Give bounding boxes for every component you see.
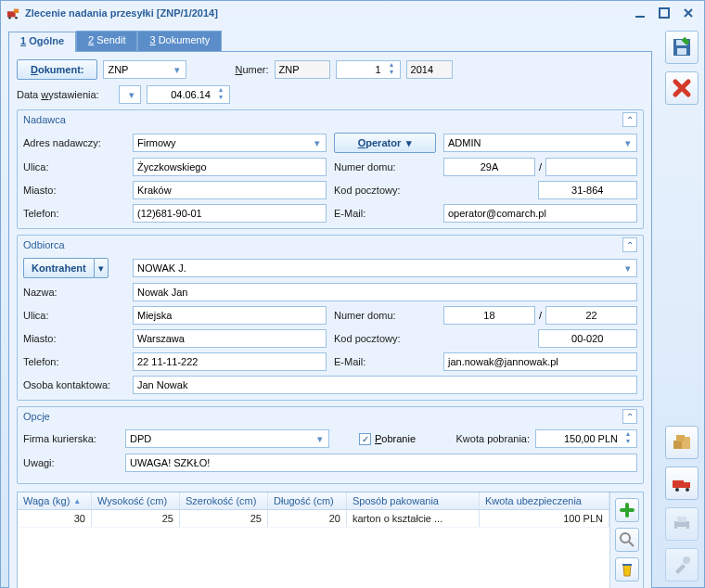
kontrahent-combo[interactable]: NOWAK J.▾ bbox=[133, 259, 637, 277]
svg-point-22 bbox=[683, 556, 690, 564]
col-wysokosc[interactable]: Wysokość (cm) bbox=[92, 492, 180, 509]
cell-szerokosc: 25 bbox=[180, 510, 268, 527]
chevron-down-icon: ▾ bbox=[621, 135, 635, 150]
spin-arrows-icon: ▴▾ bbox=[621, 431, 635, 446]
x-icon bbox=[671, 77, 693, 99]
adres-nadawczy-label: Adres nadawczy: bbox=[23, 137, 125, 148]
delete-row-button[interactable] bbox=[615, 557, 639, 582]
chevron-down-icon: ▾ bbox=[170, 62, 185, 77]
uwagi-input[interactable]: UWAGA! SZKŁO! bbox=[125, 454, 637, 472]
col-kwota-ubezp[interactable]: Kwota ubezpieczenia bbox=[480, 492, 609, 509]
svg-point-2 bbox=[8, 17, 11, 19]
check-icon: ✓ bbox=[359, 433, 371, 445]
nadawca-ulica-input[interactable]: Życzkowskiego bbox=[133, 158, 327, 176]
window-title: Zlecenie nadania przesyłki [ZNP/1/2014] bbox=[25, 7, 218, 19]
minimize-button[interactable] bbox=[630, 5, 650, 21]
chevron-down-icon: ▾ bbox=[313, 431, 327, 446]
boxes-icon bbox=[671, 431, 693, 454]
svg-rect-4 bbox=[635, 16, 645, 18]
email-label: E-Mail: bbox=[334, 356, 436, 367]
svg-rect-20 bbox=[677, 517, 686, 522]
date-spin[interactable]: 04.06.14▴▾ bbox=[147, 85, 230, 104]
odbiorca-email-input[interactable]: jan.nowak@jannowak.pl bbox=[443, 352, 637, 371]
slash-sep: / bbox=[539, 161, 542, 173]
nadawca-kod-input[interactable]: 31-864 bbox=[538, 181, 638, 199]
nazwa-label: Nazwa: bbox=[23, 287, 125, 298]
svg-rect-8 bbox=[622, 564, 632, 566]
numer-year: 2014 bbox=[406, 60, 453, 79]
odbiorca-numdom-a[interactable]: 18 bbox=[443, 306, 535, 325]
plus-icon bbox=[619, 502, 635, 518]
cancel-button[interactable] bbox=[665, 71, 699, 105]
kontrahent-dropdown[interactable]: ▾ bbox=[94, 258, 109, 278]
svg-rect-11 bbox=[677, 48, 686, 55]
date-label: Data wystawienia: bbox=[17, 89, 113, 100]
kontrahent-button[interactable]: Kontrahent bbox=[23, 258, 94, 278]
pobranie-checkbox[interactable]: ✓ Pobranie bbox=[359, 433, 416, 445]
firma-combo[interactable]: DPD▾ bbox=[125, 429, 329, 448]
search-row-button[interactable] bbox=[615, 528, 639, 552]
cell-kwota-ubezp: 100 PLN bbox=[480, 510, 609, 527]
col-waga[interactable]: Waga (kg) ▲ bbox=[18, 492, 92, 509]
odbiorca-tel-input[interactable]: 22 11-11-222 bbox=[133, 352, 327, 371]
collapse-button[interactable]: ⌃ bbox=[622, 237, 637, 252]
tab-sendit[interactable]: 2 Sendit bbox=[76, 31, 137, 51]
add-row-button[interactable] bbox=[615, 498, 639, 522]
nadawca-tel-input[interactable]: (12)681-90-01 bbox=[133, 204, 327, 223]
odbiorca-ulica-input[interactable]: Miejska bbox=[133, 306, 327, 325]
col-szerokosc[interactable]: Szerokość (cm) bbox=[180, 492, 268, 509]
date-prefix-combo[interactable]: ▾ bbox=[119, 85, 141, 104]
svg-rect-5 bbox=[660, 8, 669, 18]
nadawca-email-input[interactable]: operator@comarch.pl bbox=[443, 204, 637, 223]
print-button bbox=[665, 507, 699, 541]
dokument-type-combo[interactable]: ZNP▾ bbox=[103, 60, 186, 79]
table-row[interactable]: 30 25 25 20 karton o kształcie ... 100 P… bbox=[18, 510, 609, 528]
nadawca-numdom-b[interactable] bbox=[545, 158, 637, 176]
odbiorca-numdom-b[interactable]: 22 bbox=[545, 306, 637, 325]
maximize-button[interactable] bbox=[654, 5, 674, 21]
kod-label: Kod pocztowy: bbox=[334, 185, 436, 196]
trash-icon bbox=[619, 561, 635, 578]
numer-spin[interactable]: 1▴▾ bbox=[336, 60, 401, 79]
spin-arrows-icon: ▴▾ bbox=[384, 62, 399, 77]
printer-icon bbox=[671, 513, 693, 535]
col-sposob[interactable]: Sposób pakowania bbox=[347, 492, 480, 509]
section-title-odbiorca: Odbiorca bbox=[23, 239, 622, 250]
odbiorca-nazwa-input[interactable]: Nowak Jan bbox=[133, 283, 637, 301]
uwagi-label: Uwagi: bbox=[23, 457, 120, 468]
spin-arrows-icon: ▴▾ bbox=[213, 87, 228, 102]
nadawca-numdom-a[interactable]: 29A bbox=[443, 158, 535, 176]
section-title-opcje: Opcje bbox=[23, 411, 622, 422]
truck-button[interactable] bbox=[665, 467, 699, 500]
col-dlugosc[interactable]: Długość (cm) bbox=[268, 492, 347, 509]
collapse-button[interactable]: ⌃ bbox=[622, 112, 637, 127]
nadawca-miasto-input[interactable]: Kraków bbox=[133, 181, 327, 199]
odbiorca-miasto-input[interactable]: Warszawa bbox=[133, 329, 327, 348]
dokument-button[interactable]: Dokument: bbox=[17, 59, 97, 80]
operator-button[interactable]: Operator ▾ bbox=[334, 133, 436, 153]
numer-label: Numer: bbox=[235, 64, 268, 75]
ulica-label: Ulica: bbox=[23, 161, 125, 173]
tab-ogolne[interactable]: 1 Ogólne bbox=[8, 32, 76, 52]
operator-combo[interactable]: ADMIN▾ bbox=[443, 134, 637, 152]
odbiorca-kod-input[interactable]: 00-020 bbox=[538, 329, 638, 348]
adres-nadawczy-combo[interactable]: Firmowy▾ bbox=[133, 134, 327, 152]
tab-dokumenty[interactable]: 3 Dokumenty bbox=[137, 31, 222, 51]
svg-point-3 bbox=[15, 17, 18, 19]
collapse-button[interactable]: ⌃ bbox=[622, 409, 637, 424]
svg-rect-14 bbox=[676, 435, 685, 441]
chevron-down-icon: ▾ bbox=[310, 135, 325, 150]
save-button[interactable] bbox=[665, 31, 699, 64]
kwota-spin[interactable]: 150,00 PLN▴▾ bbox=[535, 429, 637, 448]
tel-label: Telefon: bbox=[23, 208, 125, 219]
truck-icon bbox=[671, 472, 693, 494]
svg-rect-16 bbox=[684, 482, 690, 488]
ulica-label: Ulica: bbox=[23, 310, 125, 321]
dokument-type-value: ZNP bbox=[108, 64, 128, 75]
email-label: E-Mail: bbox=[334, 208, 436, 219]
chevron-down-icon: ▾ bbox=[621, 261, 635, 275]
boxes-button[interactable] bbox=[665, 426, 699, 459]
close-button[interactable] bbox=[678, 5, 699, 21]
odbiorca-osoba-input[interactable]: Jan Nowak bbox=[133, 376, 637, 394]
osoba-label: Osoba kontaktowa: bbox=[23, 379, 125, 390]
